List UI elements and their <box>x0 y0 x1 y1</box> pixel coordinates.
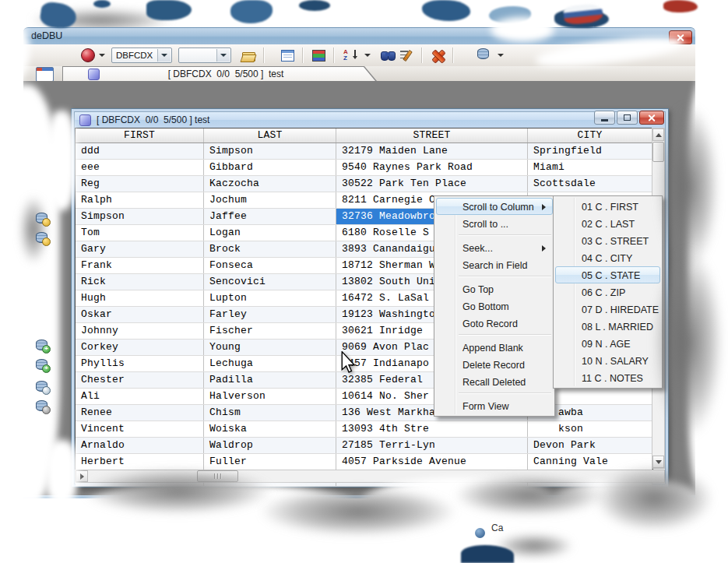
table-view-icon[interactable] <box>280 48 294 62</box>
menu-item-go-top[interactable]: Go Top <box>436 280 553 297</box>
db-lock-icon[interactable] <box>36 213 49 225</box>
app-sphere-icon[interactable] <box>81 48 95 62</box>
grid-cell[interactable]: Young <box>204 340 336 355</box>
grid-cell[interactable]: Jaffee <box>204 209 336 224</box>
seek-field-icon[interactable] <box>399 48 413 62</box>
menu-item-recall-deleted[interactable]: Recall Deleted <box>436 373 553 390</box>
db-search-icon[interactable] <box>36 381 49 393</box>
grid-cell[interactable]: Vincent <box>76 421 204 437</box>
menu-item-06-c-zip[interactable]: 06 C . ZIP <box>555 283 660 301</box>
db-settings-icon[interactable] <box>36 400 49 413</box>
grid-cell[interactable]: Padilla <box>204 372 336 388</box>
menu-item-goto-record[interactable]: Goto Record <box>436 315 553 332</box>
grid-cell[interactable]: Oskar <box>76 307 204 322</box>
grid-cell[interactable]: Brock <box>204 241 336 257</box>
database-icon[interactable] <box>477 48 491 62</box>
window-pane-icon[interactable] <box>36 67 54 82</box>
grid-cell[interactable]: Tom <box>76 225 204 241</box>
grid-cell[interactable]: Ali <box>76 389 204 404</box>
grid-cell[interactable]: Corkey <box>76 340 204 355</box>
grid-cell[interactable]: Jochum <box>204 192 336 208</box>
menu-item-scroll-to-column[interactable]: Scroll to Column <box>436 198 553 215</box>
db-add-icon[interactable]: + <box>36 359 49 371</box>
grid-cell[interactable]: Simpson <box>204 143 336 159</box>
menu-item-02-c-last[interactable]: 02 C . LAST <box>555 215 660 232</box>
tab-test[interactable]: [ DBFCDX 0/0 5/500 ] test <box>62 66 377 81</box>
browse-window-title-bar[interactable]: [ DBFCDX 0/0 5/500 ] test <box>74 111 666 128</box>
grid-cell[interactable]: Frank <box>76 258 204 273</box>
menu-item-08-l-married[interactable]: 08 L . MARRIED <box>555 318 660 335</box>
menu-item-04-c-city[interactable]: 04 C . CITY <box>555 249 660 266</box>
menu-item-search-in-field[interactable]: Search in Field <box>436 256 553 273</box>
grid-cell[interactable]: Chester <box>76 372 204 388</box>
menu-item-07-d-hiredate[interactable]: 07 D . HIREDATE <box>555 301 660 318</box>
grid-cell[interactable]: Farley <box>204 307 336 322</box>
menu-item-scroll-to[interactable]: Scroll to ... <box>436 215 553 232</box>
sphere-dropdown-caret-icon[interactable] <box>99 54 105 57</box>
grid-cell[interactable]: 4057 Parkside Avenue <box>336 454 528 470</box>
grid-column-header[interactable]: CITY <box>528 128 652 143</box>
grid-cell[interactable]: Waldrop <box>204 438 336 453</box>
menu-item-append-blank[interactable]: Append Blank <box>436 339 553 356</box>
db-lock-icon[interactable] <box>36 232 49 245</box>
open-folder-icon[interactable] <box>241 48 255 62</box>
grid-cell[interactable]: Kaczocha <box>204 176 336 192</box>
menu-item-10-n-salary[interactable]: 10 N . SALARY <box>555 352 660 369</box>
sort-az-icon[interactable]: A Z <box>343 48 358 62</box>
grid-cell[interactable]: Halverson <box>204 389 336 404</box>
grid-cell[interactable]: Herbert <box>76 454 204 470</box>
menu-item-seek[interactable]: Seek... <box>436 239 553 256</box>
grid-column-header[interactable]: FIRST <box>76 128 204 143</box>
find-binoculars-icon[interactable] <box>381 48 395 62</box>
database-dropdown-caret-icon[interactable] <box>498 54 504 57</box>
grid-cell[interactable]: Chism <box>204 405 336 420</box>
combobox-dropdown-button[interactable] <box>216 49 230 62</box>
grid-cell[interactable]: Fuller <box>204 454 336 470</box>
grid-cell[interactable]: Hugh <box>76 290 204 306</box>
grid-cell[interactable]: Gary <box>76 241 204 257</box>
grid-cell[interactable]: 9540 Raynes Park Road <box>336 160 528 175</box>
db-add-icon[interactable]: + <box>36 340 49 352</box>
maximize-button[interactable] <box>617 111 638 125</box>
grid-cell[interactable]: 30522 Park Ten Place <box>336 176 528 192</box>
grid-cell[interactable]: Renee <box>76 405 204 420</box>
grid-cell[interactable]: ddd <box>76 143 204 159</box>
grid-cell[interactable]: Logan <box>204 225 336 241</box>
grid-cell[interactable]: Ralph <box>76 192 204 208</box>
grid-cell[interactable]: Woiska <box>204 421 336 437</box>
grid-cell[interactable]: Phyllis <box>76 356 204 371</box>
grid-cell[interactable]: 32179 Maiden Lane <box>336 143 528 159</box>
grid-column-header[interactable]: LAST <box>204 128 336 143</box>
close-file-icon[interactable] <box>431 48 445 62</box>
sort-dropdown-caret-icon[interactable] <box>364 54 371 57</box>
grid-cell[interactable]: Rick <box>76 274 204 290</box>
menu-item-delete-record[interactable]: Delete Record <box>436 356 553 373</box>
grid-column-header[interactable]: STREET <box>336 128 528 143</box>
grid-cell[interactable]: Devon Park <box>528 438 652 453</box>
grid-cell[interactable]: Scottsdale <box>528 176 652 192</box>
menu-item-11-c-notes[interactable]: 11 C . NOTES <box>555 369 660 386</box>
grid-cell[interactable]: 27185 Terri-Lyn <box>336 438 528 453</box>
grid-cell[interactable]: Lupton <box>204 290 336 306</box>
grid-cell[interactable]: Miami <box>528 160 652 175</box>
menu-item-09-n-age[interactable]: 09 N . AGE <box>555 335 660 352</box>
grid-cell[interactable]: Fischer <box>204 323 336 339</box>
grid-cell[interactable]: Johnny <box>76 323 204 339</box>
grid-cell[interactable]: eee <box>76 160 204 175</box>
grid-cell[interactable]: Arnaldo <box>76 438 204 453</box>
combobox-dropdown-button[interactable] <box>157 49 171 62</box>
index-combobox[interactable] <box>178 48 231 63</box>
menu-item-03-c-street[interactable]: 03 C . STREET <box>555 232 660 249</box>
driver-combobox[interactable]: DBFCDX <box>111 48 172 63</box>
grid-cell[interactable]: kson <box>528 421 652 437</box>
grid-cell[interactable]: Sencovici <box>204 274 336 290</box>
color-bars-icon[interactable] <box>311 48 325 62</box>
menu-item-go-bottom[interactable]: Go Bottom <box>436 297 553 315</box>
grid-cell[interactable]: Lechuga <box>204 356 336 371</box>
menu-item-05-c-state[interactable]: 05 C . STATE <box>555 266 660 283</box>
grid-cell[interactable]: Fonseca <box>204 258 336 273</box>
grid-cell[interactable]: Reg <box>76 176 204 192</box>
grid-cell[interactable]: Simpson <box>76 209 204 224</box>
menu-item-form-view[interactable]: Form View <box>436 397 553 414</box>
grid-cell[interactable]: Gibbard <box>204 160 336 175</box>
